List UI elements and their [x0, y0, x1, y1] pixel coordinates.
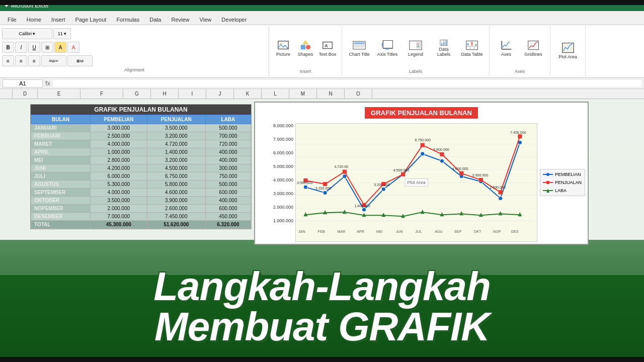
- svg-rect-77: [323, 182, 327, 186]
- tab-file[interactable]: File: [3, 15, 22, 25]
- align-left-button[interactable]: ≡: [2, 55, 14, 66]
- gridlines-button[interactable]: Gridlines: [521, 38, 546, 58]
- col-header-h[interactable]: H: [151, 89, 179, 99]
- cell-total-laba: 6.320.000: [205, 221, 251, 229]
- svg-text:1: 1: [441, 41, 442, 43]
- svg-rect-33: [471, 42, 472, 46]
- formula-divider: fx: [43, 80, 53, 87]
- col-header-k[interactable]: K: [234, 89, 262, 99]
- col-header-d[interactable]: D: [13, 89, 38, 99]
- cell-penjualan: 4.500.000: [147, 164, 205, 172]
- cell-penjualan: 3.200.000: [147, 156, 205, 164]
- ribbon-tab-row: File Home Insert Page Layout Formulas Da…: [0, 11, 644, 25]
- table-row: APRIL 1.000.000 1.400.000 400.000: [31, 148, 251, 156]
- svg-text:5.800.000: 5.800.000: [433, 148, 449, 152]
- cell-pembelian: 6.000.000: [90, 172, 147, 180]
- chart-title-button[interactable]: Chart Title: [346, 38, 372, 58]
- table-row: NOPEMBER 2.000.000 2.600.000 600.000: [31, 205, 251, 213]
- formula-input[interactable]: [53, 80, 641, 87]
- align-right-button[interactable]: ≡: [28, 55, 40, 66]
- table-row: MARET 4.000.000 4.720.000 720.000: [31, 140, 251, 148]
- cell-month: JUNI: [31, 164, 91, 172]
- col-header-j[interactable]: J: [206, 89, 234, 99]
- col-header-m[interactable]: M: [289, 89, 317, 99]
- col-header-l[interactable]: L: [262, 89, 289, 99]
- data-table: BULAN PEMBELIAN PENJUALAN LABA JANUARI 3…: [31, 115, 251, 229]
- axis-titles-label: Axis Titles: [377, 52, 398, 57]
- align-center-button[interactable]: ≡: [15, 55, 27, 66]
- table-row: AGUSTUS 5.300.000 5.800.000 500.000: [31, 180, 251, 189]
- tab-review[interactable]: Review: [166, 15, 194, 25]
- tab-developer[interactable]: Developer: [216, 15, 252, 25]
- font-family-dropdown[interactable]: Calibri ▾: [2, 28, 52, 39]
- column-headers: D E F G H I J K L M N O: [0, 89, 644, 99]
- svg-text:2.600.000: 2.600.000: [490, 186, 506, 190]
- svg-text:3.200.000: 3.200.000: [315, 187, 332, 191]
- formula-bar: fx: [0, 78, 644, 89]
- svg-rect-83: [440, 152, 444, 156]
- chart-title-text: GRAFIK PENJUALAN BULANAN: [365, 107, 478, 119]
- svg-text:AGU: AGU: [435, 230, 442, 234]
- chart-legend: PEMBELIAN PENJUALAN: [540, 169, 585, 196]
- plot-area-button[interactable]: Plot Area: [555, 41, 581, 61]
- tab-data[interactable]: Data: [144, 15, 166, 25]
- data-table-button[interactable]: Data Table: [459, 38, 485, 58]
- axis-titles-button[interactable]: Axis Titles: [374, 38, 400, 58]
- cell-penjualan: 4.600.000: [147, 189, 205, 197]
- svg-point-74: [499, 197, 503, 201]
- svg-rect-85: [479, 178, 483, 182]
- data-labels-button[interactable]: 1 2 3 Data Labels: [431, 38, 457, 58]
- col-header-f[interactable]: F: [80, 89, 123, 99]
- cell-total-month: TOTAL: [31, 221, 91, 229]
- svg-rect-82: [421, 143, 425, 147]
- legend-laba-label: LABA: [555, 188, 567, 193]
- svg-text:1.400.000: 1.400.000: [354, 204, 370, 208]
- cell-pembelian: 4.200.000: [90, 164, 147, 172]
- bold-button[interactable]: B: [2, 42, 14, 53]
- wrap-text-button[interactable]: ≡W↵: [41, 55, 66, 66]
- chart-container[interactable]: GRAFIK PENJUALAN BULANAN 8.000.000 7.000…: [254, 102, 589, 245]
- cell-pembelian: 3.500.000: [90, 197, 147, 205]
- name-box[interactable]: [3, 79, 43, 87]
- tab-view[interactable]: View: [195, 15, 217, 25]
- col-pembelian: PEMBELIAN: [90, 115, 147, 124]
- svg-text:MAR: MAR: [338, 230, 346, 234]
- y-label-8m: 8.000.000: [273, 123, 293, 128]
- font-size-dropdown[interactable]: 11 ▾: [53, 28, 71, 39]
- tab-insert[interactable]: Insert: [46, 15, 70, 25]
- underline-button[interactable]: U: [28, 42, 40, 53]
- col-header-i[interactable]: I: [179, 89, 206, 99]
- col-header-o[interactable]: O: [345, 89, 372, 99]
- legend-laba-icon: [543, 188, 553, 193]
- axes-button[interactable]: Axes: [494, 38, 519, 58]
- picture-icon: [277, 39, 290, 51]
- svg-text:6.750.000: 6.750.000: [415, 138, 431, 142]
- italic-button[interactable]: I: [15, 42, 27, 53]
- tab-formulas[interactable]: Formulas: [111, 15, 144, 25]
- svg-rect-32: [467, 43, 468, 46]
- svg-text:FEB: FEB: [318, 230, 325, 234]
- tab-pagelayout[interactable]: Page Layout: [70, 15, 112, 25]
- svg-text:4.500.000: 4.500.000: [393, 168, 410, 172]
- textbox-button[interactable]: A Text Box: [317, 38, 338, 58]
- svg-rect-23: [443, 42, 445, 45]
- y-label-1m: 1.000.000: [273, 218, 293, 223]
- plot-area-tooltip: Plot Area: [405, 178, 428, 187]
- chart-plot-area[interactable]: Plot Area JAN FEB MAR A: [295, 123, 537, 242]
- svg-point-68: [381, 187, 385, 191]
- font-color-button[interactable]: A: [67, 42, 79, 53]
- col-header-g[interactable]: G: [123, 89, 151, 99]
- picture-button[interactable]: Picture: [273, 38, 293, 58]
- bottom-text-overlay: Langkah-Langkah Membuat GRAFIK: [0, 266, 644, 347]
- merge-button[interactable]: ⊠M: [67, 55, 93, 66]
- col-header-e[interactable]: E: [38, 89, 80, 99]
- fill-color-button[interactable]: A: [54, 42, 66, 53]
- shapes-button[interactable]: Shapes: [295, 38, 315, 58]
- tab-home[interactable]: Home: [22, 15, 46, 25]
- labels-icons: Chart Title Axis Titles: [346, 29, 485, 68]
- border-button[interactable]: ⊞: [41, 42, 53, 53]
- col-header-n[interactable]: N: [317, 89, 345, 99]
- legend-button[interactable]: Legend: [403, 38, 429, 58]
- legend-label: Legend: [408, 52, 423, 57]
- svg-rect-16: [410, 41, 422, 49]
